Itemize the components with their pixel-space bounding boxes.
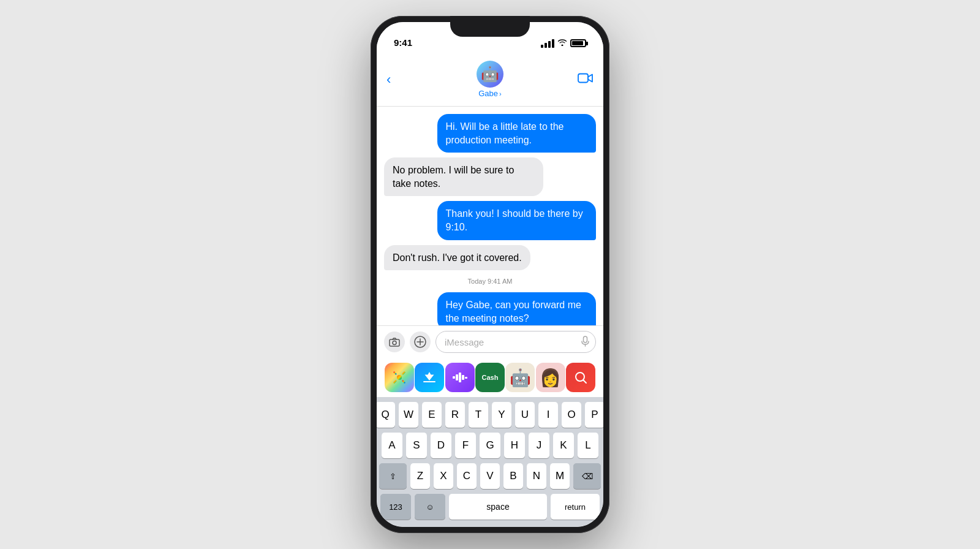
bubble-sent-2[interactable]: Thank you! I should be there by 9:10.: [437, 201, 597, 240]
svg-point-6: [397, 375, 402, 380]
tray-memoji1-button[interactable]: 🤖: [505, 363, 535, 392]
key-i[interactable]: I: [538, 402, 558, 428]
chat-area: Hi. Will be a little late to the product…: [377, 107, 603, 325]
key-delete[interactable]: ⌫: [573, 463, 601, 489]
contact-name[interactable]: Gabe ›: [478, 89, 501, 98]
bubble-received-2[interactable]: Don't rush. I've got it covered.: [384, 245, 530, 271]
svg-rect-1: [390, 339, 399, 346]
svg-line-22: [584, 381, 587, 384]
back-button[interactable]: ‹: [386, 72, 391, 88]
key-q[interactable]: Q: [377, 402, 395, 428]
key-numbers[interactable]: 123: [380, 494, 411, 520]
avatar[interactable]: 🤖: [477, 61, 503, 88]
phone-device: 9:41 ‹ 🤖: [371, 16, 609, 533]
key-r[interactable]: R: [445, 402, 465, 428]
key-f[interactable]: F: [455, 433, 476, 458]
wifi-icon: [557, 39, 567, 48]
message-row-sent-2: Thank you! I should be there by 9:10.: [384, 201, 596, 240]
tray-cash-button[interactable]: Cash: [475, 363, 505, 392]
key-j[interactable]: J: [529, 433, 549, 458]
svg-line-13: [402, 373, 404, 374]
message-row-received-2: Don't rush. I've got it covered.: [384, 245, 596, 271]
key-z[interactable]: Z: [410, 463, 430, 489]
timestamp: Today 9:41 AM: [384, 278, 596, 285]
tray-appstore-button[interactable]: [415, 363, 444, 392]
apps-button[interactable]: [410, 331, 431, 352]
bubble-sent-1[interactable]: Hi. Will be a little late to the product…: [437, 114, 597, 153]
keyboard-row-2: A S D F G H J K L: [379, 433, 601, 458]
key-v[interactable]: V: [480, 463, 500, 489]
key-u[interactable]: U: [515, 402, 535, 428]
status-icons: [541, 39, 586, 48]
camera-button[interactable]: [384, 331, 405, 352]
svg-rect-16: [453, 376, 455, 379]
message-row-sent-3: Hey Gabe, can you forward me the meeting…: [384, 292, 596, 325]
key-s[interactable]: S: [406, 433, 427, 458]
svg-rect-18: [459, 373, 461, 382]
svg-rect-20: [465, 377, 467, 379]
bubble-sent-3[interactable]: Hey Gabe, can you forward me the meeting…: [437, 292, 597, 325]
key-y[interactable]: Y: [492, 402, 511, 428]
key-g[interactable]: G: [480, 433, 500, 458]
key-c[interactable]: C: [457, 463, 477, 489]
svg-rect-17: [456, 374, 458, 381]
key-m[interactable]: M: [550, 463, 570, 489]
video-call-button[interactable]: [578, 72, 594, 86]
tray-search-button[interactable]: [566, 363, 595, 392]
key-l[interactable]: L: [578, 433, 598, 458]
message-row-received-1: No problem. I will be sure to take notes…: [384, 157, 596, 196]
keyboard: Q W E R T Y U I O P A S D F G H J K: [377, 397, 603, 527]
tray-photos-button[interactable]: [385, 363, 414, 392]
svg-line-12: [402, 381, 404, 383]
key-shift[interactable]: ⇧: [379, 463, 407, 489]
svg-point-2: [393, 341, 396, 344]
keyboard-row-3: ⇧ Z X C V B N M ⌫: [379, 463, 601, 489]
input-area: iMessage: [377, 325, 603, 358]
key-p[interactable]: P: [585, 402, 603, 428]
bubble-received-1[interactable]: No problem. I will be sure to take notes…: [384, 157, 543, 196]
app-tray: Cash 🤖 👩: [377, 358, 603, 397]
tray-memoji2-button[interactable]: 👩: [536, 363, 565, 392]
status-time: 9:41: [394, 37, 412, 48]
notch: [450, 16, 530, 37]
input-placeholder: iMessage: [445, 337, 484, 347]
key-o[interactable]: O: [562, 402, 581, 428]
message-input[interactable]: iMessage: [435, 331, 596, 353]
battery-fill: [572, 41, 583, 45]
key-k[interactable]: K: [553, 433, 574, 458]
tray-audio-button[interactable]: [445, 363, 475, 392]
key-t[interactable]: T: [469, 402, 488, 428]
signal-icon: [541, 39, 554, 48]
keyboard-row-1: Q W E R T Y U I O P: [379, 402, 601, 428]
key-return[interactable]: return: [551, 494, 600, 520]
message-row-sent-1: Hi. Will be a little late to the product…: [384, 114, 596, 153]
battery-icon: [570, 39, 586, 47]
chevron-right-icon: ›: [499, 90, 502, 97]
key-e[interactable]: E: [422, 402, 442, 428]
key-b[interactable]: B: [503, 463, 523, 489]
key-a[interactable]: A: [382, 433, 402, 458]
key-space[interactable]: space: [449, 494, 547, 520]
keyboard-row-4: 123 ☺ space return: [379, 494, 601, 520]
svg-rect-19: [462, 375, 464, 380]
svg-rect-4: [584, 336, 587, 343]
svg-rect-0: [578, 74, 588, 82]
mic-icon[interactable]: [581, 336, 589, 349]
key-emoji[interactable]: ☺: [415, 494, 445, 520]
nav-header: ‹ 🤖 Gabe ›: [377, 53, 603, 107]
key-w[interactable]: W: [399, 402, 418, 428]
key-h[interactable]: H: [504, 433, 525, 458]
phone-screen: 9:41 ‹ 🤖: [377, 22, 603, 527]
key-d[interactable]: D: [431, 433, 451, 458]
key-x[interactable]: X: [434, 463, 453, 489]
key-n[interactable]: N: [527, 463, 546, 489]
svg-line-14: [394, 381, 396, 383]
svg-line-11: [394, 373, 396, 374]
